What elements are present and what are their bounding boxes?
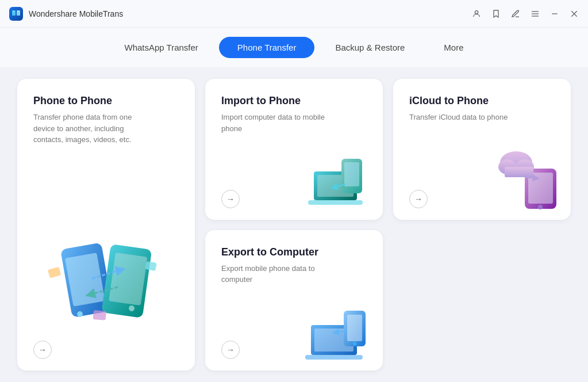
account-icon[interactable] (472, 9, 481, 18)
card-import-to-phone: Import to Phone Import computer data to … (205, 79, 383, 220)
card-icloud-title: iCloud to Phone (409, 95, 555, 107)
svg-rect-1 (17, 10, 20, 16)
phone-to-phone-illustration (43, 232, 170, 336)
minimize-icon[interactable] (550, 9, 559, 18)
card-phone-to-phone-title: Phone to Phone (33, 95, 179, 107)
nav-bar: WhatsApp Transfer Phone Transfer Backup … (0, 28, 588, 67)
card-icloud-desc: Transfer iCloud data to phone (409, 112, 513, 123)
edit-icon[interactable] (511, 9, 520, 18)
card-import-desc: Import computer data to mobile phone (221, 112, 325, 134)
svg-point-4 (475, 10, 478, 13)
svg-rect-31 (505, 167, 533, 177)
app-title: Wondershare MobileTrans (29, 9, 123, 18)
svg-point-37 (353, 342, 357, 346)
menu-icon[interactable] (531, 9, 540, 18)
svg-rect-34 (305, 355, 363, 360)
card-phone-to-phone-arrow[interactable]: → (33, 341, 52, 359)
svg-rect-2 (13, 12, 14, 12)
svg-rect-15 (109, 253, 147, 305)
svg-rect-19 (93, 310, 106, 320)
tab-whatsapp[interactable]: WhatsApp Transfer (106, 37, 216, 58)
main-content: Phone to Phone Transfer phone data from … (0, 67, 588, 382)
card-export-arrow[interactable]: → (221, 341, 240, 359)
svg-rect-3 (18, 12, 19, 12)
app-window: Wondershare MobileTrans (0, 0, 588, 382)
titlebar-left: Wondershare MobileTrans (9, 7, 123, 21)
svg-rect-24 (344, 162, 359, 186)
tab-backup-restore[interactable]: Backup & Restore (317, 37, 423, 58)
icloud-illustration (490, 143, 565, 214)
export-illustration (302, 293, 377, 365)
card-import-title: Import to Phone (221, 95, 367, 107)
titlebar-controls (472, 9, 579, 18)
app-icon (9, 7, 23, 21)
card-icloud-to-phone: iCloud to Phone Transfer iCloud data to … (393, 79, 571, 220)
svg-rect-0 (12, 10, 16, 16)
svg-rect-17 (48, 267, 61, 278)
svg-rect-22 (308, 200, 363, 205)
bookmark-icon[interactable] (491, 9, 501, 18)
close-icon[interactable] (570, 9, 579, 18)
svg-rect-36 (347, 315, 362, 341)
titlebar: Wondershare MobileTrans (0, 0, 588, 28)
card-export-to-computer: Export to Computer Export mobile phone d… (205, 230, 383, 371)
card-icloud-arrow[interactable]: → (409, 190, 428, 208)
card-export-title: Export to Computer (221, 246, 367, 258)
card-phone-to-phone-desc: Transfer phone data from one device to a… (33, 112, 137, 146)
tab-more[interactable]: More (425, 37, 482, 58)
card-phone-to-phone: Phone to Phone Transfer phone data from … (17, 79, 195, 370)
card-export-desc: Export mobile phone data to computer (221, 263, 325, 285)
import-illustration (302, 143, 377, 214)
svg-point-27 (538, 205, 543, 209)
card-import-arrow[interactable]: → (221, 190, 240, 208)
tab-phone-transfer[interactable]: Phone Transfer (219, 37, 315, 58)
